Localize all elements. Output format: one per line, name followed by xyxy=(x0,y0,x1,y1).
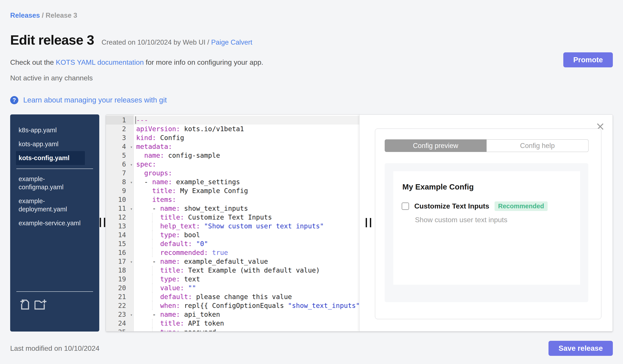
code-text: default: please change this value xyxy=(134,292,359,301)
line-number: 5 xyxy=(106,151,134,160)
preview-resize-handle[interactable] xyxy=(366,218,371,227)
code-line[interactable]: 6▾spec: xyxy=(106,160,359,169)
code-line[interactable]: 22 when: repl{{ ConfigOptionEquals "show… xyxy=(106,301,359,310)
yaml-code-editor[interactable]: 1---2apiVersion: kots.io/v1beta13kind: C… xyxy=(106,115,359,331)
code-line[interactable]: 4▾metadata: xyxy=(106,142,359,151)
config-form: My Example Config Customize Text Inputs … xyxy=(393,171,580,285)
created-by-link[interactable]: Paige Calvert xyxy=(211,39,252,46)
code-line[interactable]: 3kind: Config xyxy=(106,133,359,142)
code-line[interactable]: 25 type: password xyxy=(106,328,359,331)
code-line[interactable]: 17▾ - name: example_default_value xyxy=(106,257,359,266)
code-text: - name: show_text_inputs xyxy=(134,204,359,213)
line-number: 9 xyxy=(106,186,134,195)
code-text: type: text xyxy=(134,275,359,283)
code-text: items: xyxy=(134,195,359,204)
code-line[interactable]: 10 items: xyxy=(106,195,359,204)
fold-arrow-icon[interactable]: ▾ xyxy=(130,160,133,169)
file-list-bottom: example-configmap.yamlexample-deployment… xyxy=(16,172,93,230)
line-number: 22 xyxy=(106,301,134,310)
code-text: - name: api_token xyxy=(134,310,359,319)
drag-bar xyxy=(104,218,105,227)
footer-row: Last modified on 10/10/2024 Save release xyxy=(10,341,613,356)
add-file-icon[interactable] xyxy=(20,299,29,310)
save-release-button[interactable]: Save release xyxy=(549,341,613,356)
line-number: 2 xyxy=(106,124,134,133)
new-file-icon[interactable] xyxy=(35,299,47,310)
code-line[interactable]: 15 default: "0" xyxy=(106,240,359,248)
line-number: 11▾ xyxy=(106,204,134,213)
line-number: 21 xyxy=(106,292,134,301)
code-text: when: repl{{ ConfigOptionEquals "show_te… xyxy=(134,301,359,310)
code-line[interactable]: 18 title: Text Example (with default val… xyxy=(106,266,359,275)
tab-config-preview[interactable]: Config preview xyxy=(385,139,487,152)
line-number: 1 xyxy=(106,116,134,124)
sidebar-file-k8s-app.yaml[interactable]: k8s-app.yaml xyxy=(16,123,85,137)
code-line[interactable]: 13 help_text: "Show custom user text inp… xyxy=(106,222,359,231)
file-list-divider xyxy=(16,168,93,169)
line-number: 16 xyxy=(106,248,134,257)
text-cursor xyxy=(135,116,136,124)
line-number: 17▾ xyxy=(106,257,134,266)
code-line[interactable]: 1--- xyxy=(106,116,359,124)
code-text: title: Customize Text Inputs xyxy=(134,213,359,222)
code-line[interactable]: 7 groups: xyxy=(106,169,359,178)
line-number: 14 xyxy=(106,231,134,240)
question-circle-icon[interactable]: ? xyxy=(10,96,18,104)
kots-yaml-doc-link[interactable]: KOTS YAML documentation xyxy=(56,58,144,66)
fold-arrow-icon[interactable]: ▾ xyxy=(130,178,133,187)
fold-arrow-icon[interactable]: ▾ xyxy=(130,204,133,213)
code-text: - name: example_default_value xyxy=(134,257,359,266)
git-releases-link[interactable]: Learn about managing your releases with … xyxy=(23,96,167,104)
promote-button[interactable]: Promote xyxy=(563,52,613,67)
code-line[interactable]: 5 name: config-sample xyxy=(106,151,359,160)
doc-hint-prefix: Check out the xyxy=(10,58,56,66)
code-text: type: bool xyxy=(134,231,359,240)
sidebar-bottom-divider xyxy=(16,291,93,292)
code-text: recommended: true xyxy=(134,248,359,257)
code-line[interactable]: 2apiVersion: kots.io/v1beta1 xyxy=(106,124,359,133)
channel-status: Not active in any channels xyxy=(10,74,613,82)
code-line[interactable]: 11▾ - name: show_text_inputs xyxy=(106,204,359,213)
doc-hint-suffix: for more info on configuring your app. xyxy=(144,58,263,66)
line-number: 7 xyxy=(106,169,134,178)
git-help-row: ? Learn about managing your releases wit… xyxy=(10,96,613,104)
customize-text-inputs-checkbox[interactable] xyxy=(402,202,409,210)
code-line[interactable]: 9 title: My Example Config xyxy=(106,186,359,195)
release-editor-page: Releases / Release 3 Edit release 3 Crea… xyxy=(0,0,623,364)
sidebar-file-example-service.yaml[interactable]: example-service.yaml xyxy=(16,216,85,230)
line-number: 8▾ xyxy=(106,178,134,186)
tab-config-help[interactable]: Config help xyxy=(487,139,589,152)
fold-arrow-icon[interactable]: ▾ xyxy=(130,310,133,319)
code-line[interactable]: 21 default: please change this value xyxy=(106,292,359,301)
code-line[interactable]: 12 title: Customize Text Inputs xyxy=(106,213,359,222)
code-line[interactable]: 14 type: bool xyxy=(106,231,359,240)
fold-arrow-icon[interactable]: ▾ xyxy=(130,257,133,266)
sidebar-file-kots-config.yaml[interactable]: kots-config.yaml xyxy=(16,151,85,165)
code-text: - name: example_settings xyxy=(134,178,359,186)
code-text: kind: Config xyxy=(134,133,359,142)
workspace-row: k8s-app.yamlkots-app.yamlkots-config.yam… xyxy=(10,114,613,332)
config-preview-card: Config previewConfig help My Example Con… xyxy=(375,129,601,319)
code-text: help_text: "Show custom user text inputs… xyxy=(134,222,359,231)
code-text: apiVersion: kots.io/v1beta1 xyxy=(134,124,359,133)
code-text: name: config-sample xyxy=(134,151,359,160)
code-text: title: My Example Config xyxy=(134,186,359,195)
preview-tabs: Config previewConfig help xyxy=(385,139,588,152)
breadcrumb-link-releases[interactable]: Releases xyxy=(10,12,40,19)
preview-body: My Example Config Customize Text Inputs … xyxy=(385,163,588,302)
code-line[interactable]: 19 type: text xyxy=(106,275,359,283)
code-line[interactable]: 24 title: API token xyxy=(106,319,359,328)
fold-arrow-icon[interactable]: ▾ xyxy=(130,142,133,151)
code-text: title: Text Example (with default value) xyxy=(134,266,359,275)
sidebar-resize-handle[interactable] xyxy=(100,218,105,227)
sidebar-file-kots-app.yaml[interactable]: kots-app.yaml xyxy=(16,137,85,151)
code-line[interactable]: 16 recommended: true xyxy=(106,248,359,257)
sidebar-file-example-configmap.yaml[interactable]: example-configmap.yaml xyxy=(16,172,85,194)
code-line[interactable]: 23▾ - name: api_token xyxy=(106,310,359,319)
code-text: default: "0" xyxy=(134,240,359,248)
line-number: 24 xyxy=(106,319,134,328)
code-line[interactable]: 8▾ - name: example_settings xyxy=(106,178,359,186)
page-title: Edit release 3 xyxy=(10,32,94,48)
sidebar-file-example-deployment.yaml[interactable]: example-deployment.yaml xyxy=(16,194,85,216)
code-line[interactable]: 20 value: "" xyxy=(106,283,359,292)
